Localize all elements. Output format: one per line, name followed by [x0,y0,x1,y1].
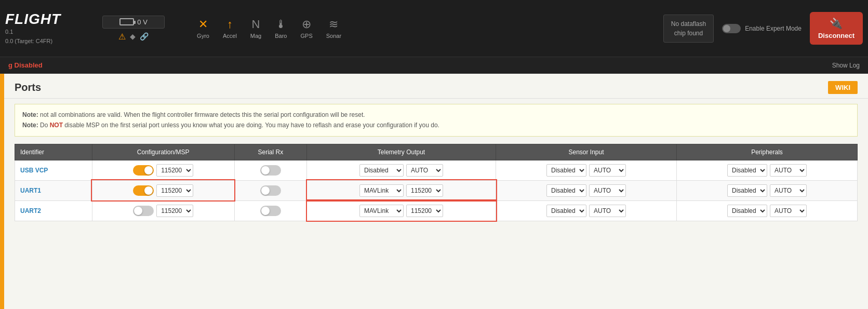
main-content: Ports WIKI Note: not all combinations ar… [4,74,868,309]
col-identifier: Identifier [15,144,92,160]
sensor-baro: 🌡 Baro [269,16,293,41]
msp-cell: 1200240048009600192003840057600115200230… [92,160,234,180]
msp-toggle[interactable] [133,165,154,176]
sensor-mode-select[interactable]: DisabledAUTOMSPUBLOXMTKNAZA [546,164,586,177]
table-row: UART112002400480096001920038400576001152… [15,180,858,200]
mag-icon: N [252,18,260,31]
telem-baud-select[interactable]: 1200240048009600192003840057600115200230… [406,205,443,217]
col-msp: Configuration/MSP [92,144,234,160]
sensor-cell: DisabledAUTOMSPUBLOXMTKNAZAAUTO120024004… [496,180,677,200]
voltage-text: 0 V [137,18,148,26]
page-title: Ports [15,82,41,93]
expert-mode-label: Enable Expert Mode [745,25,802,32]
expert-mode-switch[interactable] [722,24,741,33]
port-id: UART2 [15,200,92,221]
sidebar-accent [0,74,4,309]
accel-icon: ↑ [227,18,233,31]
notes-box: Note: not all combinations are valid. Wh… [15,104,858,137]
sensor-accel: ↑ Accel [217,16,243,41]
telem-mode-select[interactable]: DisabledMSPMAVLinkFrSkyHoTTSmartPort [359,164,404,177]
msp-baud-select[interactable]: 1200240048009600192003840057600115200230… [156,184,193,197]
status-text: g Disabled [8,61,43,69]
version-info: 0.1 0.0 (Target: C4FR) [5,28,52,46]
telem-baud-select[interactable]: 1200240048009600192003840057600115200230… [406,184,443,197]
ports-table: Identifier Configuration/MSP Serial Rx T… [15,144,858,221]
serial-rx-toggle[interactable] [260,165,281,176]
peripherals-cell: DisabledAUTOMSPAUTO120024004800960019200… [676,160,857,180]
msp-baud-select[interactable]: 1200240048009600192003840057600115200230… [156,164,193,177]
disconnect-label: Disconnect [818,32,854,39]
sensor-cell: DisabledAUTOMSPUBLOXMTKNAZAAUTO120024004… [496,160,677,180]
peripherals-cell: DisabledAUTOMSPAUTO120024004800960019200… [676,180,857,200]
sensor-gyro: ✕ Gyro [191,16,216,41]
col-sensor: Sensor Input [496,144,677,160]
telem-baud-select[interactable]: AUTO120024004800960019200384005760011520… [406,164,443,177]
serial-rx-cell [234,180,306,200]
status-bar: g Disabled Show Log [0,57,868,74]
disconnect-button[interactable]: 🔌 Disconnect [810,12,863,45]
sensor-mode-select[interactable]: DisabledAUTOMSPUBLOXMTKNAZA [546,184,586,197]
telemetry-cell: DisabledMSPMAVLinkFrSkyHoTTSmartPort1200… [307,180,496,200]
sensor-sonar: ≋ Sonar [320,16,348,41]
baro-icon: 🌡 [275,18,287,31]
note-2: Note: Do NOT disable MSP on the first se… [22,120,850,130]
page-header: Ports WIKI [4,74,868,99]
voltage-display: 0 V [102,16,165,29]
sensor-baud-select[interactable]: AUTO120024004800960019200384005760011520… [589,164,626,177]
sensor-baud-select[interactable]: AUTO120024004800960019200384005760011520… [589,205,626,217]
periph-baud-select[interactable]: AUTO120024004800960019200384005760011520… [770,184,807,197]
periph-baud-select[interactable]: AUTO120024004800960019200384005760011520… [770,205,807,217]
sensor-baud-select[interactable]: AUTO120024004800960019200384005760011520… [589,184,626,197]
sensor-group: ✕ Gyro ↑ Accel N Mag 🌡 Baro ⊕ GPS ≋ Sona… [191,16,348,41]
dataflash-status: No dataflashchip found [663,15,714,43]
show-log-button[interactable]: Show Log [832,62,860,69]
telemetry-cell: DisabledMSPMAVLinkFrSkyHoTTSmartPort1200… [307,200,496,221]
warning-icon: ⚠ [118,32,126,42]
link-icon: 🔗 [140,32,149,41]
port-id: USB VCP [15,160,92,180]
periph-mode-select[interactable]: DisabledAUTOMSP [727,205,767,217]
wiki-button[interactable]: WIKI [828,81,858,94]
battery-icon [119,18,134,25]
telemetry-cell: DisabledMSPMAVLinkFrSkyHoTTSmartPortAUTO… [307,160,496,180]
col-peripherals: Peripherals [676,144,857,160]
periph-mode-select[interactable]: DisabledAUTOMSP [727,164,767,177]
port-id: UART1 [15,180,92,200]
expert-mode-knob [723,25,730,32]
msp-cell: 1200240048009600192003840057600115200230… [92,180,234,200]
disconnect-icon: 🔌 [830,17,843,30]
gyro-icon: ✕ [198,18,208,31]
telem-mode-select[interactable]: DisabledMSPMAVLinkFrSkyHoTTSmartPort [359,184,404,197]
app-logo: FLIGHT [5,11,61,28]
msp-baud-select[interactable]: 1200240048009600192003840057600115200230… [156,205,193,217]
sonar-icon: ≋ [329,18,338,31]
sensor-mode-select[interactable]: DisabledAUTOMSPUBLOXMTKNAZA [546,205,586,217]
table-row: UART212002400480096001920038400576001152… [15,200,858,221]
diamond-icon: ◆ [130,32,136,41]
col-telemetry: Telemetry Output [307,144,496,160]
peripherals-cell: DisabledAUTOMSPAUTO120024004800960019200… [676,200,857,221]
serial-rx-toggle[interactable] [260,185,281,196]
telem-mode-select[interactable]: DisabledMSPMAVLinkFrSkyHoTTSmartPort [359,205,404,217]
serial-rx-toggle[interactable] [260,206,281,216]
expert-mode-toggle[interactable]: Enable Expert Mode [722,24,802,33]
msp-toggle[interactable] [133,185,154,196]
msp-cell: 1200240048009600192003840057600115200230… [92,200,234,221]
col-serial-rx: Serial Rx [234,144,306,160]
sensor-gps: ⊕ GPS [295,16,319,41]
serial-rx-cell [234,200,306,221]
table-row: USB VCP120024004800960019200384005760011… [15,160,858,180]
msp-toggle[interactable] [133,206,154,216]
content-area: Ports WIKI Note: not all combinations ar… [0,74,868,309]
sensor-cell: DisabledAUTOMSPUBLOXMTKNAZAAUTO120024004… [496,200,677,221]
header: FLIGHT 0.1 0.0 (Target: C4FR) 0 V ⚠ ◆ 🔗 … [0,0,868,57]
periph-baud-select[interactable]: AUTO120024004800960019200384005760011520… [770,164,807,177]
serial-rx-cell [234,160,306,180]
note-1: Note: not all combinations are valid. Wh… [22,110,850,120]
periph-mode-select[interactable]: DisabledAUTOMSP [727,184,767,197]
gps-icon: ⊕ [302,18,311,31]
sensor-mag: N Mag [244,16,268,41]
